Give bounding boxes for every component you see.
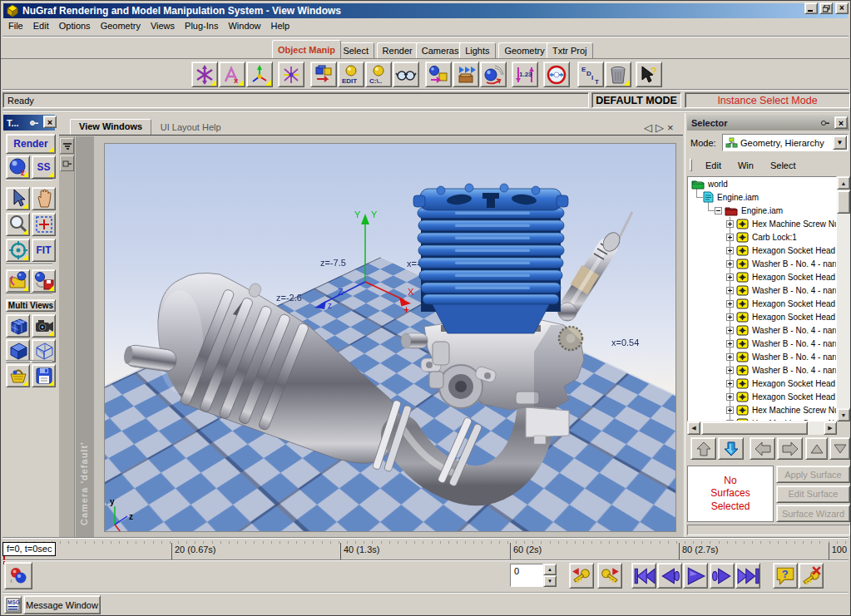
selector-menu-edit[interactable]: Edit	[697, 159, 730, 172]
tree-item[interactable]: Hex Machine Screw Nut	[726, 403, 837, 416]
tree-horizontal-scrollbar[interactable]: ◀ ▶	[687, 421, 837, 435]
step-back-button[interactable]	[657, 563, 682, 589]
surface-wizard-button[interactable]: Surface Wizard	[776, 505, 850, 522]
tree-item[interactable]: Engine.iam	[715, 204, 783, 217]
rotate-object-button[interactable]: x	[219, 62, 245, 87]
tree-item[interactable]: Engine.iam	[703, 190, 759, 204]
tree-item[interactable]: Hexagon Socket Head C	[726, 297, 837, 310]
frame-spinner-field[interactable]: 0	[510, 564, 543, 587]
nav-right-button[interactable]	[777, 437, 803, 460]
pivot-star-button[interactable]	[278, 62, 304, 87]
pan-hand-button[interactable]	[32, 187, 56, 210]
center-view-button[interactable]	[6, 239, 30, 262]
nav-prev-button[interactable]	[805, 437, 828, 460]
tab-render[interactable]: Render	[377, 42, 418, 58]
restore-button[interactable]	[819, 2, 833, 14]
zoom-button[interactable]	[6, 213, 30, 236]
tree-item[interactable]: Hex Machine Screw Nut	[726, 217, 837, 230]
edit-object-button[interactable]: EDIT	[338, 62, 364, 87]
transform-axes-button[interactable]	[191, 62, 218, 87]
menu-file[interactable]: File	[3, 19, 28, 32]
render-area[interactable]: Y Y Z z X + z=-7.5 z=-2.6 x=- x=0.54 y z…	[104, 143, 676, 532]
selector-title-bar[interactable]: Selector	[687, 115, 849, 131]
menu-options[interactable]: Options	[54, 19, 96, 32]
load-scene-button[interactable]	[6, 269, 30, 293]
nav-down-button[interactable]	[718, 437, 744, 460]
selector-menu-select[interactable]: Select	[762, 159, 804, 172]
tab-lights[interactable]: Lights	[459, 42, 495, 58]
scroll-up-icon[interactable]: ▲	[837, 176, 850, 190]
scroll-left-icon[interactable]: ◀	[687, 421, 700, 435]
edit-mode-button[interactable]: EDIT	[577, 62, 604, 87]
nav-up-button[interactable]	[690, 437, 716, 460]
menu-grip[interactable]	[690, 159, 692, 171]
copy-object-button[interactable]	[310, 62, 337, 87]
save-file-button[interactable]	[32, 364, 56, 387]
go-start-button[interactable]	[631, 563, 656, 589]
timeline-cursor-label[interactable]: f=0, t=0sec	[2, 542, 56, 556]
title-bar[interactable]: NuGraf Rendering and Model Manipulation …	[3, 3, 848, 18]
edit-surface-button[interactable]: Edit Surface	[776, 485, 850, 503]
timeline-ruler[interactable]: 20 (0.67s)40 (1.3s)60 (2s)80 (2.7s)100f=…	[1, 540, 851, 559]
region-select-button[interactable]	[32, 213, 56, 236]
scroll-down-icon[interactable]: ▼	[837, 408, 850, 421]
play-button[interactable]	[683, 563, 708, 589]
tree-item[interactable]: Washer B - No. 4 - narrow	[726, 363, 837, 377]
screen-snapshot-button[interactable]: SS	[32, 155, 56, 179]
tab-select[interactable]: Select	[337, 42, 374, 58]
expand-selection-button[interactable]	[543, 62, 570, 87]
nav-left-button[interactable]	[750, 437, 775, 460]
tree-item[interactable]: Washer B - No. 4 - narrow	[726, 350, 837, 363]
render-button[interactable]: Render	[6, 134, 56, 154]
selector-menu-win[interactable]: Win	[730, 159, 762, 172]
menu-geometry[interactable]: Geometry	[96, 19, 146, 32]
message-window-button[interactable]: Message Window	[23, 595, 101, 614]
pin-icon[interactable]	[30, 119, 38, 127]
selector-close-button[interactable]: ×	[834, 116, 848, 129]
menu-help[interactable]: Help	[266, 19, 295, 32]
move-axis-button[interactable]	[246, 62, 273, 87]
scroll-right-icon[interactable]: ▶	[824, 421, 837, 435]
tree-item[interactable]: Hexagon Socket Head C	[726, 390, 837, 403]
tab-object-manip[interactable]: Object Manip	[272, 40, 341, 58]
toolbox-close-button[interactable]: ×	[43, 116, 57, 128]
apply-surface-button[interactable]: Apply Surface	[776, 466, 850, 483]
save-render-button[interactable]	[32, 269, 56, 293]
tree-item[interactable]: Hexagon Socket Head C	[726, 244, 837, 257]
tree-vertical-scrollbar[interactable]: ▲ ▼	[837, 176, 850, 421]
menu-window[interactable]: Window	[223, 19, 265, 32]
import-media-button[interactable]	[453, 62, 479, 87]
selector-pin-icon[interactable]	[821, 119, 829, 127]
go-end-button[interactable]	[735, 563, 760, 589]
message-log-button[interactable]: MSG	[4, 596, 22, 614]
tab-scroll-left-icon[interactable]: ◁	[644, 121, 652, 133]
pin-view-icon[interactable]	[60, 155, 74, 171]
tab-txtr-proj[interactable]: Txtr Proj	[547, 42, 593, 58]
tree-item[interactable]: Washer B - No. 4 - narrow	[726, 337, 837, 350]
tab-scroll-right-icon[interactable]: ▷	[656, 121, 664, 133]
measure-button[interactable]: 1.23	[512, 62, 538, 87]
examine-button[interactable]	[393, 62, 419, 87]
spinner-down-icon[interactable]: ▼	[543, 575, 557, 587]
menu-views[interactable]: Views	[146, 19, 180, 32]
spinner-up-icon[interactable]: ▲	[543, 564, 557, 575]
combo-dropdown-button[interactable]: ▼	[833, 136, 847, 150]
snapshot-camera-button[interactable]	[32, 314, 56, 338]
fit-view-button[interactable]: FIT	[32, 239, 56, 262]
close-button[interactable]: ×	[835, 2, 849, 14]
vscroll-thumb[interactable]	[837, 190, 850, 214]
next-key-button[interactable]	[597, 563, 622, 589]
wire-cube-button[interactable]	[32, 339, 56, 362]
delete-button[interactable]	[605, 62, 631, 87]
tree-item[interactable]: Hexagon Socket Head C	[726, 377, 837, 390]
tab-cameras[interactable]: Cameras	[416, 42, 465, 58]
doc-tab-ui-layout-help[interactable]: UI Layout Help	[152, 121, 230, 135]
tree-item[interactable]: Washer B - No. 4 - narrow	[726, 257, 837, 270]
doc-tab-view-windows[interactable]: View Windows	[70, 119, 151, 135]
render-object-button[interactable]	[480, 62, 507, 87]
nav-next-button[interactable]	[829, 437, 850, 460]
tree-item[interactable]: world	[691, 177, 728, 190]
tree-item[interactable]: Carb Lock:1	[726, 230, 797, 244]
hscroll-thumb[interactable]	[701, 421, 808, 435]
multi-view-cube-button[interactable]	[6, 314, 30, 338]
